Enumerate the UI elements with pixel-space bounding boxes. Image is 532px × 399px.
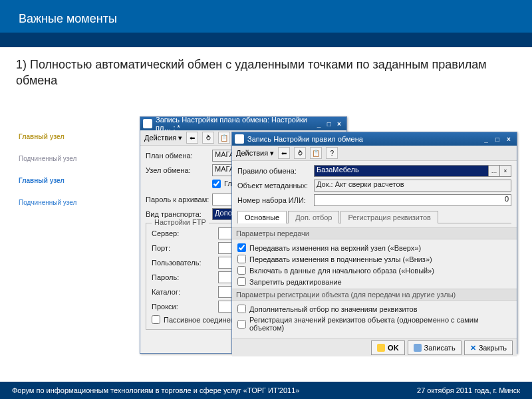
cb-up[interactable] xyxy=(237,243,246,252)
tabs: Основные Доп. отбор Регистрация реквизит… xyxy=(237,210,511,223)
help-icon[interactable]: ? xyxy=(326,147,338,159)
maximize-button[interactable]: □ xyxy=(492,134,503,144)
toolbar-btn[interactable]: ⬅ xyxy=(278,147,290,159)
label: Включать в данные для начального образа … xyxy=(249,267,434,275)
label: Передавать изменения в подчиненные узлы … xyxy=(249,255,432,263)
toolbar-btn[interactable]: 📋 xyxy=(218,132,230,144)
label: Пароль к архивам: xyxy=(146,196,212,203)
label: Вид транспорта: xyxy=(146,210,212,218)
app-icon xyxy=(143,119,152,128)
actions-menu[interactable]: Действия ▾ xyxy=(144,134,182,142)
save-icon xyxy=(414,344,422,352)
tab-filter[interactable]: Доп. отбор xyxy=(288,211,339,223)
titlebar[interactable]: Запись Настройки плана обмена: Настройки… xyxy=(140,117,346,130)
toolbar: Действия ▾ ⬅ ⥁ 📋 ? xyxy=(232,146,517,161)
save-button[interactable]: Записать xyxy=(408,340,462,355)
slide-subheader xyxy=(0,33,532,47)
titlebar[interactable]: Запись Настройки правил обмена _ □ × xyxy=(232,132,517,146)
window-title: Запись Настройки плана обмена: Настройки… xyxy=(156,116,313,132)
footer-right: 27 октября 2011 года, г. Минск xyxy=(417,386,520,394)
actions-menu[interactable]: Действия ▾ xyxy=(236,149,274,158)
label: Регистрация значений реквизитов объекта … xyxy=(249,316,511,332)
maximize-button[interactable]: □ xyxy=(325,119,334,128)
label: Сервер: xyxy=(152,229,218,237)
cb-new[interactable] xyxy=(237,266,246,275)
ok-icon xyxy=(377,344,385,352)
label: Прокси: xyxy=(152,303,218,311)
diagram-tree: Главный узел Подчиненный узел Главный уз… xyxy=(19,133,76,221)
minimize-button[interactable]: _ xyxy=(314,119,323,128)
label: Запретить редактирование xyxy=(249,278,342,286)
cb-reg-values[interactable] xyxy=(237,320,246,329)
window-exchange-rules: Запись Настройки правил обмена _ □ × Дей… xyxy=(231,132,517,354)
label: Порт: xyxy=(152,244,218,252)
close-button[interactable]: × xyxy=(334,119,344,128)
group-header: Параметры передачи xyxy=(232,227,517,239)
ok-button[interactable]: OK xyxy=(371,340,405,355)
cb-down[interactable] xyxy=(237,255,246,263)
close-button[interactable]: × xyxy=(503,134,514,144)
clear-button[interactable]: × xyxy=(500,165,511,177)
slide-body-text: 1) Полностью автоматический обмен с удал… xyxy=(0,47,532,89)
label: Передавать изменения на верхний узел («В… xyxy=(249,244,421,252)
label: Правило обмена: xyxy=(237,167,314,175)
main-checkbox[interactable] xyxy=(212,180,221,188)
tree-node: Подчиненный узел xyxy=(19,199,76,206)
label: Объект метаданных: xyxy=(237,182,314,190)
label: Пароль: xyxy=(152,273,218,281)
label: План обмена: xyxy=(146,152,212,160)
group-title: Настройки FTP xyxy=(152,218,209,226)
label: Пользователь: xyxy=(152,259,218,267)
slide-header: Важные моменты xyxy=(0,0,532,33)
close-button[interactable]: ✕Закрыть xyxy=(464,340,513,355)
app-icon xyxy=(235,134,244,144)
footer-left: Форум по информационным технологиям в то… xyxy=(12,386,299,394)
label: Каталог: xyxy=(152,288,218,296)
slide-footer: Форум по информационным технологиям в то… xyxy=(0,382,532,399)
label: Узел обмена: xyxy=(146,166,212,174)
minimize-button[interactable]: _ xyxy=(481,134,491,144)
toolbar-btn[interactable]: ⥁ xyxy=(202,132,214,144)
group-header: Параметры регистрации объекта (для перед… xyxy=(232,289,517,301)
tree-node: Главный узел xyxy=(19,177,76,184)
close-icon: ✕ xyxy=(470,344,476,352)
cb-extra-filter[interactable] xyxy=(237,305,246,313)
ellipsis-button[interactable]: … xyxy=(489,165,500,177)
tab-main[interactable]: Основные xyxy=(237,211,287,223)
window-title: Запись Настройки правил обмена xyxy=(247,135,363,143)
num-input[interactable]: 0 xyxy=(314,194,511,206)
toolbar-btn[interactable]: ⥁ xyxy=(294,147,306,159)
cb-lock[interactable] xyxy=(237,277,246,286)
passive-checkbox[interactable] xyxy=(152,315,160,324)
meta-input[interactable]: Док.: Акт сверки расчетов xyxy=(314,180,511,192)
tree-node: Главный узел xyxy=(19,133,76,140)
tree-node: Подчиненный узел xyxy=(19,155,76,162)
button-bar: OK Записать ✕Закрыть xyxy=(232,338,517,356)
tab-registration[interactable]: Регистрация реквизитов xyxy=(340,211,438,223)
toolbar-btn[interactable]: 📋 xyxy=(310,147,322,159)
rule-input[interactable]: БазаМебель xyxy=(314,165,489,177)
label: Дополнительный отбор по значениям реквиз… xyxy=(249,305,418,313)
label: Номер набора ИЛИ: xyxy=(237,196,314,204)
toolbar-btn[interactable]: ⬅ xyxy=(186,132,198,144)
